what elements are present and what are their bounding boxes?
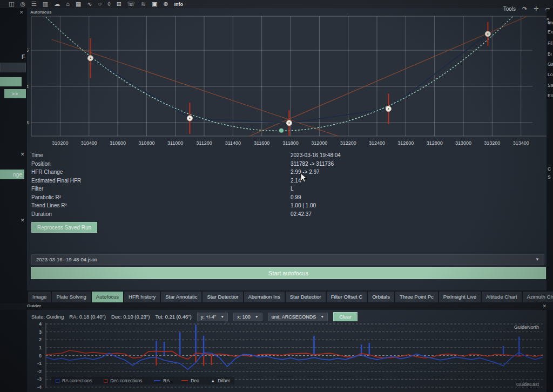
svg-text:313000: 313000 xyxy=(455,140,471,146)
shield-icon[interactable]: ◊ xyxy=(107,1,110,7)
svg-text:313400: 313400 xyxy=(513,140,529,146)
tab-star-detectior[interactable]: Star Detectior xyxy=(286,292,326,302)
chevron-down-icon: ▼ xyxy=(220,315,224,319)
gear-wheel-icon[interactable]: ⊛ xyxy=(163,1,168,7)
sequence-list-icon[interactable]: ☰ xyxy=(31,1,37,7)
stats-row: Parabolic R²0.99 xyxy=(31,194,539,202)
info-menu[interactable]: Info xyxy=(174,2,184,7)
stat-label: Filter xyxy=(31,186,43,192)
stats-row: FilterL xyxy=(31,186,539,194)
phone-icon[interactable]: ☏ xyxy=(127,1,135,7)
y-scale-value: y: +/-4" xyxy=(201,314,216,320)
square-marker-icon xyxy=(56,379,59,383)
observatory-columns-icon[interactable]: ▥ xyxy=(43,1,48,7)
guider-status-bar: State: Guiding RA: 0.18 (0.40") Dec: 0.1… xyxy=(31,312,358,322)
svg-text:3: 3 xyxy=(39,329,42,335)
unit-select[interactable]: unit: ARCSECONDS ▼ xyxy=(268,313,328,321)
svg-text:312800: 312800 xyxy=(427,140,443,146)
bar-chart-icon[interactable]: ▦ xyxy=(76,1,81,7)
rotate-icon[interactable]: ↷ xyxy=(522,5,527,12)
app-window: ◫◎☰▥☁⌂▦∿○◊⊞☏≋▣⊛Info Tools ↷✛▱ F >> ✕ nge… xyxy=(0,0,553,392)
lightbulb-icon[interactable]: ○ xyxy=(98,1,102,7)
guider-header: Guider ✕ xyxy=(0,303,553,310)
svg-text:1: 1 xyxy=(39,345,42,350)
tab-altitude-chart[interactable]: Altitude Chart xyxy=(482,292,522,302)
svg-text:0: 0 xyxy=(39,353,42,359)
camera-icon[interactable]: ◫ xyxy=(9,1,14,7)
x-scale-value: x: 100 xyxy=(237,314,251,320)
close-icon[interactable]: ✕ xyxy=(21,152,25,157)
tab-plate-solving[interactable]: Plate Solving xyxy=(52,292,90,302)
svg-text:312200: 312200 xyxy=(340,140,356,146)
right-panel-item-fragment: Fil xyxy=(548,40,552,46)
svg-text:312400: 312400 xyxy=(369,140,385,146)
right-panel-item-fragment: C xyxy=(548,166,551,172)
top-toolbar: ◫◎☰▥☁⌂▦∿○◊⊞☏≋▣⊛Info xyxy=(0,0,553,8)
square-marker-icon xyxy=(104,379,107,383)
stats-row: HFR Change2.99 -> 2.97 xyxy=(31,169,539,177)
legend-label: RA xyxy=(163,378,170,383)
tab-autofocus[interactable]: Autofocus xyxy=(92,292,123,302)
change-button-fragment[interactable]: nge xyxy=(0,170,24,179)
close-icon[interactable]: ✕ xyxy=(19,10,24,15)
chevron-down-icon: ▼ xyxy=(535,257,539,262)
unit-value: unit: ARCSECONDS xyxy=(272,314,316,320)
stat-value: 1.00 | 1.00 xyxy=(291,202,316,208)
tab-azimuth-char[interactable]: Azimuth Char xyxy=(523,292,553,302)
tab-pixinsight-live[interactable]: PixInsight Live xyxy=(439,292,481,302)
tab-hfr-history[interactable]: HFR history xyxy=(124,292,160,302)
svg-text:312600: 312600 xyxy=(397,140,414,146)
saved-run-filename: 2023-03-16--19-48-04.json xyxy=(36,256,97,262)
y-scale-select[interactable]: y: +/-4" ▼ xyxy=(197,313,228,321)
stat-value: 311782 -> 311736 xyxy=(291,161,334,167)
close-icon[interactable]: ✕ xyxy=(542,303,547,309)
tab-three-point-pc[interactable]: Three Point Pc xyxy=(395,292,438,302)
dock-tab-bar: ImagePlate SolvingAutofocusHFR historySt… xyxy=(28,292,553,302)
tab-image[interactable]: Image xyxy=(28,292,51,302)
right-panel-item-fragment: En xyxy=(548,93,553,98)
route-icon[interactable]: ∿ xyxy=(87,1,92,7)
guider-ra-rms: RA: 0.18 (0.40") xyxy=(69,314,106,320)
close-icon[interactable]: ✕ xyxy=(21,218,25,223)
stat-label: Duration xyxy=(31,211,52,217)
svg-text:311600: 311600 xyxy=(254,140,269,146)
dome-home-icon[interactable]: ⌂ xyxy=(66,1,70,7)
stat-value: L xyxy=(291,186,294,192)
svg-text:311000: 311000 xyxy=(167,140,183,146)
right-panel-item-fragment: Ga xyxy=(548,62,553,67)
svg-text:-2: -2 xyxy=(37,369,42,374)
right-panel-item-fragment: Lo xyxy=(548,72,552,77)
legend-item-dither: ▲Dither xyxy=(211,378,230,383)
reprocess-saved-run-button[interactable]: Reprocess Saved Run xyxy=(31,222,97,233)
guider-dec-rms: Dec: 0.10 (0.23") xyxy=(111,314,150,320)
start-autofocus-button[interactable]: Start autofocus xyxy=(31,267,546,279)
next-button[interactable]: >> xyxy=(4,89,26,98)
x-scale-select[interactable]: x: 100 ▼ xyxy=(233,313,262,321)
tab-orbitals[interactable]: Orbitals xyxy=(368,292,394,302)
svg-text:310600: 310600 xyxy=(110,140,126,146)
clear-button[interactable]: Clear xyxy=(333,312,358,321)
stats-row: Time2023-03-16 19:48:04 xyxy=(31,152,539,160)
autofocus-panel-title: Autofocus xyxy=(30,10,52,15)
panel-icon[interactable]: ▱ xyxy=(545,5,550,12)
layers-icon[interactable]: ≋ xyxy=(141,1,146,7)
left-panel-input[interactable] xyxy=(0,63,26,72)
left-panel-button-fragment[interactable] xyxy=(0,77,22,86)
stat-label: Trend Lines R² xyxy=(31,202,67,208)
plugin-puzzle-icon[interactable]: ⊞ xyxy=(117,1,122,7)
tab-star-detectior[interactable]: Star Detectior xyxy=(203,292,242,302)
image-icon[interactable]: ▣ xyxy=(152,1,157,7)
saved-run-file-select[interactable]: 2023-03-16--19-48-04.json ▼ xyxy=(31,254,544,265)
cloud-icon[interactable]: ☁ xyxy=(54,1,60,7)
guider-panel-title: Guider xyxy=(27,303,41,308)
tools-row: Tools ↷✛▱ xyxy=(503,5,550,12)
tab-filter-offset-c[interactable]: Filter Offset C xyxy=(327,292,367,302)
tab-star-annotatic[interactable]: Star Annotatic xyxy=(161,292,201,302)
right-background-panel: ✕ Ima ExFilBiGaLoSaEnCS xyxy=(547,8,553,392)
sync-target-icon[interactable]: ◎ xyxy=(20,1,25,7)
autofocus-panel: ✕ Autofocus 3102003104003106003108003110… xyxy=(27,8,547,290)
svg-text:311400: 311400 xyxy=(225,140,241,146)
move-cross-icon[interactable]: ✛ xyxy=(534,5,538,12)
tools-label[interactable]: Tools xyxy=(503,6,516,12)
tab-aberration-ins[interactable]: Aberration Ins xyxy=(244,292,285,302)
